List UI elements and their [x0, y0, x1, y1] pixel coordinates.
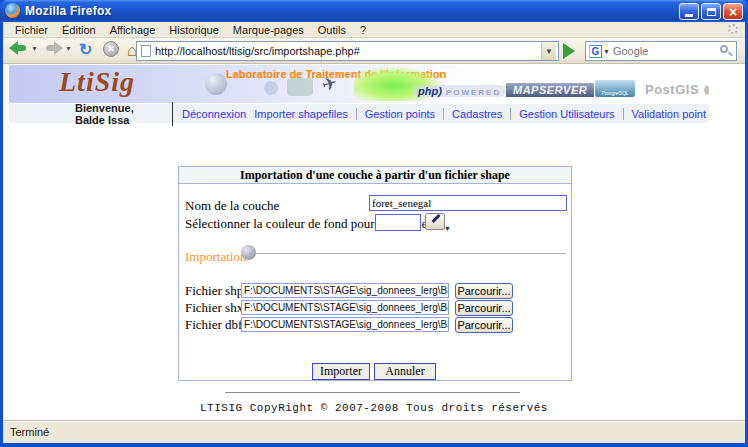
- stop-button[interactable]: ✕: [103, 41, 119, 57]
- pencil-icon: [431, 214, 440, 223]
- menu-fichier[interactable]: Fichier: [8, 23, 55, 37]
- welcome-text: Bienvenue, Balde Issa: [75, 102, 173, 126]
- shp-file-label: Fichier shp: [185, 283, 243, 299]
- instrument-icon: [287, 78, 313, 96]
- reload-icon: ↻: [79, 42, 92, 58]
- dbf-browse-button[interactable]: Parcourir...: [455, 317, 513, 333]
- back-button[interactable]: [9, 41, 29, 55]
- footer-divider: [225, 392, 520, 393]
- globe-icon: [205, 73, 227, 95]
- close-icon: ×: [729, 5, 737, 19]
- section-divider: [249, 253, 566, 254]
- back-icon: [9, 41, 29, 55]
- title-bar: Mozilla Firefox ×: [0, 0, 748, 22]
- color-picker-button[interactable]: [425, 213, 445, 230]
- mapserver-badge: MAPSERVER: [506, 83, 594, 97]
- shx-file-label: Fichier shx: [185, 300, 243, 316]
- firefox-icon: [5, 3, 20, 18]
- go-button[interactable]: [563, 43, 575, 59]
- menu-bar: Fichier Édition Affichage Historique Mar…: [3, 22, 745, 38]
- background-color-input[interactable]: [375, 214, 421, 231]
- status-bar: Terminé: [3, 420, 745, 443]
- ltisig-logo: LtiSig: [59, 66, 135, 98]
- cancel-button[interactable]: Annuler: [374, 363, 436, 380]
- shp-file-input[interactable]: [241, 283, 449, 298]
- nav-gestion-utilisateurs[interactable]: Gestion Utilisateurs: [511, 108, 623, 120]
- nav-importer-shapefiles[interactable]: Importer shapefiles: [246, 108, 357, 120]
- url-history-dropdown[interactable]: ▼: [541, 42, 556, 60]
- window-title: Mozilla Firefox: [25, 4, 111, 18]
- shp-browse-button[interactable]: Parcourir...: [455, 283, 513, 299]
- back-dropdown[interactable]: ▼: [31, 45, 38, 52]
- menu-edition[interactable]: Édition: [55, 23, 103, 37]
- menu-historique[interactable]: Historique: [162, 23, 226, 37]
- throbber-icon: [728, 24, 738, 34]
- shx-file-input[interactable]: [241, 300, 449, 315]
- minimize-icon: [685, 14, 693, 17]
- importation-section-label: Importation: [185, 249, 246, 265]
- forward-icon: [43, 41, 63, 55]
- minimize-button[interactable]: [679, 3, 699, 20]
- copyright-text: LTISIG CopyRight © 2007-2008 Tous droits…: [3, 402, 745, 414]
- url-bar[interactable]: ▼: [136, 41, 559, 61]
- menu-affichage[interactable]: Affichage: [103, 23, 163, 37]
- form-title: Importation d'une couche à partir d'un f…: [179, 167, 571, 184]
- dbf-file-input[interactable]: [241, 317, 449, 332]
- forward-button[interactable]: [43, 41, 63, 55]
- instrument-icon: [264, 81, 278, 95]
- menu-marque-pages[interactable]: Marque-pages: [226, 23, 311, 37]
- postgresql-badge: PostgreSQL: [595, 80, 635, 97]
- page-content: LtiSig Laboratoire de Traitement de l'In…: [3, 64, 745, 420]
- postgis-badge: PostGIS: [645, 82, 709, 97]
- site-banner: LtiSig Laboratoire de Traitement de l'In…: [9, 65, 709, 103]
- page-icon: [141, 45, 151, 57]
- maximize-button[interactable]: [701, 3, 721, 20]
- logout-link[interactable]: Déconnexion: [182, 108, 246, 120]
- menu-outils[interactable]: Outils: [311, 23, 353, 37]
- search-input[interactable]: [613, 45, 719, 57]
- search-icon[interactable]: [719, 44, 733, 58]
- close-button[interactable]: ×: [723, 3, 743, 20]
- color-picker-dropdown[interactable]: ▼: [444, 225, 451, 232]
- search-box[interactable]: G ▼: [585, 41, 737, 61]
- google-engine-icon[interactable]: G: [589, 45, 602, 58]
- nav-gestion-points[interactable]: Gestion points: [357, 108, 444, 120]
- chevron-down-icon: ▼: [65, 45, 72, 52]
- layer-name-label: Nom de la couche: [185, 198, 279, 214]
- chevron-down-icon: ▼: [31, 45, 38, 52]
- search-engine-dropdown[interactable]: ▼: [603, 48, 610, 55]
- shx-browse-button[interactable]: Parcourir...: [455, 300, 513, 316]
- nav-validation-point[interactable]: Validation point: [624, 108, 709, 120]
- navigation-toolbar: ▼ ▼ ↻ ✕ ⌂ ▼ G ▼: [3, 38, 745, 64]
- import-button[interactable]: Importer: [312, 363, 370, 380]
- layer-name-input[interactable]: [369, 195, 567, 211]
- site-nav-bar: Bienvenue, Balde Issa Déconnexion Import…: [9, 104, 709, 123]
- forward-dropdown[interactable]: ▼: [65, 45, 72, 52]
- maximize-icon: [707, 8, 716, 16]
- url-input[interactable]: [155, 43, 541, 59]
- nav-cadastres[interactable]: Cadastres: [444, 108, 511, 120]
- import-shape-form: Importation d'une couche à partir d'un f…: [178, 166, 572, 381]
- stop-icon: ✕: [103, 41, 119, 57]
- status-text: Terminé: [10, 426, 49, 438]
- reload-button[interactable]: ↻: [79, 42, 92, 58]
- dbf-file-label: Fichier dbf: [185, 317, 242, 333]
- firefox-window: Mozilla Firefox × Fichier Édition Affich…: [0, 0, 748, 447]
- menu-aide[interactable]: ?: [353, 23, 373, 37]
- nav-links: Importer shapefiles Gestion points Cadas…: [246, 108, 709, 120]
- php-powered-badge: php)POWERED: [413, 85, 506, 97]
